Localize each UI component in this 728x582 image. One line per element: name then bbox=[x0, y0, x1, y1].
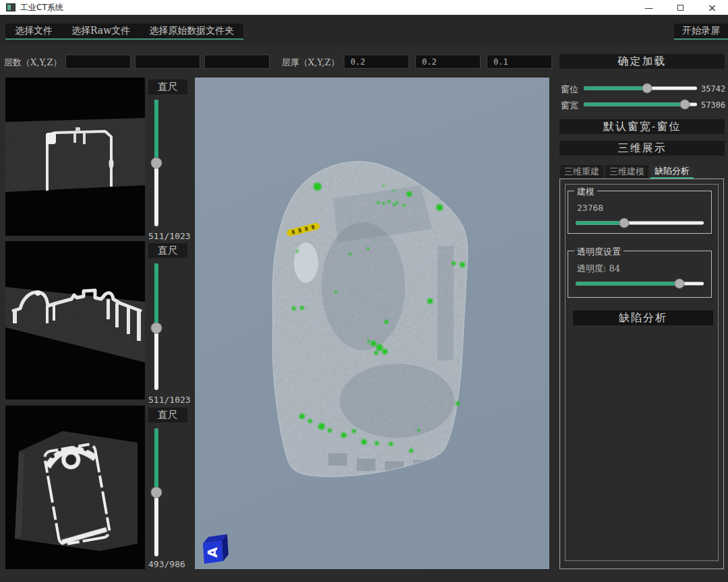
slice-image-bottom-svg bbox=[5, 406, 145, 569]
modeling-group-title: 建模 bbox=[574, 186, 597, 198]
slice-slider-top[interactable] bbox=[152, 100, 161, 226]
close-button[interactable]: × bbox=[696, 0, 728, 15]
thickness-y-input[interactable] bbox=[415, 55, 481, 69]
opacity-value-label: 透明度: 84 bbox=[577, 263, 620, 275]
app-icon bbox=[6, 3, 16, 11]
slice-image-middle-svg bbox=[5, 241, 145, 399]
orientation-cube[interactable]: A bbox=[203, 534, 229, 564]
ruler-button-middle[interactable]: 直尺 bbox=[148, 243, 187, 258]
maximize-icon bbox=[677, 5, 684, 11]
slice-view-middle[interactable] bbox=[5, 241, 145, 399]
layers-x-input[interactable] bbox=[65, 55, 131, 69]
app-window: 工业CT系统 — × 选择文件 选择Raw文件 选择原始数据文件夹 开始录屏 层… bbox=[0, 0, 728, 582]
modeling-value: 23768 bbox=[577, 203, 603, 213]
window-title: 工业CT系统 bbox=[20, 2, 63, 13]
minimize-button[interactable]: — bbox=[633, 0, 665, 15]
tab-3d-reconstruction[interactable]: 三维重建 bbox=[560, 165, 603, 179]
window-width-value: 57306 bbox=[701, 100, 725, 110]
slider-thumb[interactable] bbox=[679, 100, 690, 110]
defect-analyze-button[interactable]: 缺陷分析 bbox=[573, 311, 713, 325]
slider-thumb[interactable] bbox=[151, 158, 162, 169]
slice-view-bottom[interactable] bbox=[5, 406, 145, 569]
maximize-button[interactable] bbox=[665, 0, 696, 15]
tab-inner-frame bbox=[565, 184, 719, 561]
slice-position-middle: 511/1023 bbox=[148, 395, 191, 405]
slider-thumb[interactable] bbox=[674, 279, 684, 289]
ruler-button-bottom[interactable]: 直尺 bbox=[148, 408, 187, 422]
window-level-slider[interactable] bbox=[584, 83, 697, 94]
slice-position-top: 511/1023 bbox=[148, 231, 191, 241]
tab-defect-analysis[interactable]: 缺陷分析 bbox=[650, 165, 694, 179]
thickness-x-input[interactable] bbox=[344, 55, 409, 69]
default-wwwl-button[interactable]: 默认窗宽-窗位 bbox=[559, 119, 725, 134]
title-bar: 工业CT系统 — × bbox=[0, 0, 728, 15]
slice-view-top[interactable] bbox=[5, 77, 145, 236]
window-width-slider[interactable] bbox=[584, 99, 697, 110]
analysis-tabs: 三维重建 三维建模 缺陷分析 bbox=[560, 165, 696, 179]
slider-thumb[interactable] bbox=[151, 487, 162, 498]
window-width-label: 窗宽 bbox=[561, 100, 578, 112]
slider-thumb[interactable] bbox=[619, 218, 630, 228]
thickness-z-input[interactable] bbox=[487, 55, 552, 69]
viewer-3d-canvas[interactable]: A bbox=[195, 77, 549, 569]
layers-label: 层数（X,Y,Z） bbox=[4, 57, 61, 69]
slice-slider-bottom[interactable] bbox=[152, 428, 161, 556]
slice-image-top-svg bbox=[5, 77, 145, 236]
window-level-label: 窗位 bbox=[561, 84, 578, 96]
slider-fill bbox=[584, 87, 647, 90]
layers-y-input[interactable] bbox=[135, 55, 200, 69]
select-file-button[interactable]: 选择文件 bbox=[5, 24, 62, 38]
select-raw-file-button[interactable]: 选择Raw文件 bbox=[62, 24, 140, 38]
opacity-group-title: 透明度设置 bbox=[574, 246, 624, 258]
slider-fill bbox=[576, 222, 624, 225]
slider-thumb[interactable] bbox=[151, 322, 162, 333]
thickness-label: 层厚（X,Y,Z） bbox=[282, 57, 339, 69]
slice-middle-controls: 直尺 511/1023 bbox=[147, 241, 189, 405]
layers-z-input[interactable] bbox=[204, 55, 270, 69]
orientation-cube-label: A bbox=[204, 547, 220, 558]
slider-fill bbox=[154, 100, 158, 163]
start-record-button[interactable]: 开始录屏 bbox=[674, 24, 728, 40]
file-button-group: 选择文件 选择Raw文件 选择原始数据文件夹 bbox=[5, 24, 243, 40]
slider-fill bbox=[154, 263, 158, 328]
slice-position-bottom: 493/986 bbox=[148, 559, 185, 569]
slice-top-controls: 直尺 511/1023 bbox=[147, 77, 189, 241]
slider-fill bbox=[584, 103, 685, 106]
slider-fill bbox=[576, 282, 679, 286]
select-raw-folder-button[interactable]: 选择原始数据文件夹 bbox=[140, 24, 243, 38]
slice-slider-middle[interactable] bbox=[152, 263, 161, 390]
display-3d-button[interactable]: 三维展示 bbox=[559, 141, 725, 156]
slider-fill bbox=[154, 428, 158, 492]
tab-3d-modeling[interactable]: 三维建模 bbox=[605, 165, 648, 179]
opacity-slider[interactable] bbox=[576, 278, 704, 289]
window-level-value: 35742 bbox=[701, 84, 725, 94]
ruler-button-top[interactable]: 直尺 bbox=[148, 79, 187, 94]
slice-bottom-controls: 直尺 493/986 bbox=[147, 406, 189, 569]
confirm-load-button[interactable]: 确定加载 bbox=[559, 54, 725, 69]
modeling-slider[interactable] bbox=[576, 218, 704, 228]
volume-rendering: A bbox=[195, 77, 549, 569]
slider-thumb[interactable] bbox=[642, 84, 653, 94]
